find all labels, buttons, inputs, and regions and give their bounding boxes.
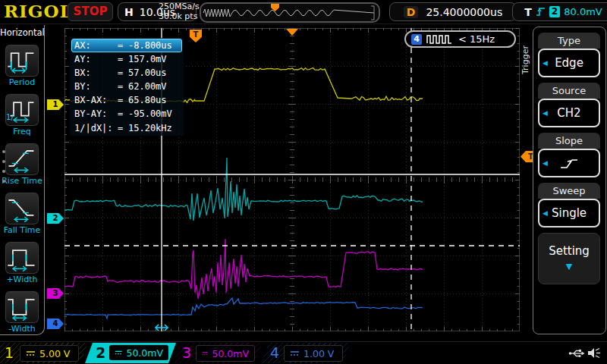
menu-item-neg-width[interactable]: -Width bbox=[0, 290, 44, 334]
trigger-sweep-group: Sweep ◀ Single bbox=[538, 183, 600, 228]
trigger-source-button[interactable]: ◀ CH2 bbox=[538, 99, 600, 127]
menu-page-dot bbox=[2, 150, 5, 153]
acquisition-info: 250MSa/s 30.0k pts bbox=[159, 2, 200, 21]
channel-3-ground-marker[interactable]: 3 bbox=[47, 288, 64, 299]
speaker-icon bbox=[587, 346, 602, 360]
trigger-source-group: Source ◀ CH2 bbox=[538, 83, 600, 127]
menu-item-rise-time[interactable]: Rise Time bbox=[0, 143, 44, 186]
trigger-setting-group: Setting ▼ bbox=[538, 233, 600, 284]
delay-value: 25.4000000us bbox=[426, 6, 502, 18]
memory-depth: 30.0k pts bbox=[159, 11, 200, 21]
channel-4-ground-marker[interactable]: 4 bbox=[47, 318, 64, 329]
horizontal-measure-menu: Horizontal Period 1/ Freq bbox=[0, 25, 45, 335]
rising-slope-icon bbox=[558, 155, 580, 171]
channel-ground-markers: 1234 bbox=[47, 28, 64, 331]
plus-width-icon bbox=[5, 241, 39, 275]
freq-icon: 1/ bbox=[5, 93, 39, 127]
trigger-setting-button[interactable]: Setting ▼ bbox=[538, 233, 600, 284]
channel-3-status[interactable]: 3 50.0mV bbox=[173, 343, 263, 363]
channel-2-status-selected[interactable]: 2 50.0mV bbox=[85, 343, 176, 363]
minus-width-icon bbox=[5, 290, 39, 324]
h-label: H bbox=[124, 6, 134, 18]
cursor-measurement-box: AX:=-8.800us AY:=157.0mV BX:=57.00us BY:… bbox=[70, 38, 184, 136]
period-icon bbox=[5, 44, 39, 77]
trigger-level-value: 80.0mV bbox=[564, 6, 602, 17]
chevron-left-icon: ◀ bbox=[543, 59, 548, 67]
square-wave-icon bbox=[426, 34, 454, 44]
cursor-row-by[interactable]: BY:=62.00mV bbox=[71, 80, 182, 93]
trigger-menu-tab: Trigger bbox=[521, 35, 531, 85]
memory-waveform-icon bbox=[201, 4, 376, 21]
trigger-type-group: Type ◀ Edge bbox=[538, 33, 600, 77]
fall-time-icon bbox=[5, 192, 39, 225]
menu-title: Horizontal bbox=[0, 25, 44, 38]
cursor-row-ay[interactable]: AY:=157.0mV bbox=[71, 52, 182, 66]
svg-text:1/: 1/ bbox=[6, 113, 14, 121]
usb-icon bbox=[568, 347, 585, 359]
chevron-left-icon: ◀ bbox=[543, 209, 548, 217]
delay-readout[interactable]: D 25.4000000us bbox=[389, 2, 517, 21]
chevron-down-icon: ▼ bbox=[539, 262, 599, 271]
rigol-logo: RIGOL bbox=[4, 1, 73, 21]
trigger-label: T bbox=[524, 6, 532, 18]
cursor-row-ax[interactable]: AX:=-8.800us bbox=[71, 39, 182, 52]
channel-status-bar: 1 5.00 V 2 50.0mV 3 50.0mV bbox=[0, 341, 607, 364]
chevron-left-icon: ◀ bbox=[543, 159, 548, 167]
rising-edge-icon bbox=[536, 6, 546, 17]
sample-rate: 250MSa/s bbox=[159, 2, 200, 11]
channel-2-ground-marker[interactable]: 2 bbox=[47, 213, 64, 224]
trigger-sweep-button[interactable]: ◀ Single bbox=[538, 199, 600, 228]
menu-item-freq[interactable]: 1/ Freq bbox=[0, 93, 44, 136]
menu-item-pos-width[interactable]: +Width bbox=[0, 241, 44, 284]
rise-time-icon bbox=[5, 143, 39, 176]
channel-4-badge: 4 bbox=[411, 34, 422, 45]
channel-1-ground-marker[interactable]: 1 bbox=[47, 99, 64, 110]
cursor-row-freq[interactable]: 1/|dX|:=15.20kHz bbox=[71, 121, 182, 135]
menu-item-period[interactable]: Period bbox=[0, 44, 44, 87]
trigger-readout[interactable]: T 2 80.0mV bbox=[512, 2, 607, 21]
dc-coupling-icon bbox=[26, 350, 36, 357]
run-stop-status[interactable]: STOP bbox=[68, 2, 113, 21]
trace-ch2 bbox=[64, 158, 423, 221]
cursor-row-by-ay[interactable]: BY-AY:=-95.00mV bbox=[71, 107, 182, 121]
trigger-menu: Type ◀ Edge Source ◀ CH2 Slope ◀ Sweep ◀… bbox=[533, 27, 606, 334]
trigger-type-button[interactable]: ◀ Edge bbox=[538, 49, 600, 77]
cursor-row-bx[interactable]: BX:=57.00us bbox=[71, 66, 182, 80]
channel-1-status[interactable]: 1 5.00 V bbox=[0, 343, 88, 363]
top-status-bar: RIGOL STOP H 10.0us 250MSa/s 30.0k pts D… bbox=[0, 0, 607, 24]
trigger-slope-group: Slope ◀ bbox=[538, 133, 600, 177]
trace-ch4 bbox=[64, 298, 423, 318]
trace-ch3 bbox=[64, 239, 423, 299]
chevron-left-icon: ◀ bbox=[543, 109, 548, 117]
memory-waveform-preview[interactable] bbox=[200, 2, 380, 23]
dc-coupling-icon bbox=[290, 350, 300, 357]
cursor-row-bx-ax[interactable]: BX-AX:=65.80us bbox=[71, 93, 182, 107]
menu-page-dot bbox=[2, 170, 5, 173]
low-frequency-notification: 4 < 15Hz bbox=[404, 30, 516, 48]
menu-page-dot bbox=[2, 180, 5, 183]
trigger-slope-button[interactable]: ◀ bbox=[538, 149, 600, 177]
menu-page-dot bbox=[2, 160, 5, 163]
menu-item-fall-time[interactable]: Fall Time bbox=[0, 192, 44, 235]
trigger-source-badge: 2 bbox=[549, 6, 560, 17]
delay-label: D bbox=[404, 6, 419, 18]
channel-4-status[interactable]: 4 1.00 V bbox=[261, 343, 351, 363]
dc-coupling-icon bbox=[115, 349, 122, 356]
dc-coupling-icon bbox=[202, 350, 208, 357]
